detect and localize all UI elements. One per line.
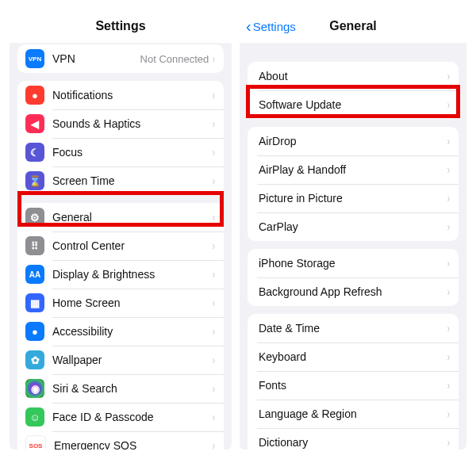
chevron-right-icon: › xyxy=(213,52,215,65)
chevron-right-icon: › xyxy=(447,220,450,233)
back-button[interactable]: ‹ Settings xyxy=(246,10,296,43)
chevron-right-icon: › xyxy=(213,439,215,449)
general-row-keyboard[interactable]: Keyboard› xyxy=(248,342,459,371)
row-label: Fonts xyxy=(259,379,447,392)
back-label: Settings xyxy=(253,20,296,33)
row-label: Notifications xyxy=(52,89,212,101)
general-group-3: iPhone Storage›Background App Refresh› xyxy=(248,249,459,306)
chevron-right-icon: › xyxy=(213,411,215,423)
chevron-right-icon: › xyxy=(447,192,450,205)
settings-group-vpn: VPN VPN Not Connected › xyxy=(17,44,224,73)
row-label: AirDrop xyxy=(259,135,447,147)
settings-row-accessibility[interactable]: ●Accessibility› xyxy=(17,317,224,346)
settings-row-display-brightness[interactable]: AADisplay & Brightness› xyxy=(17,260,224,289)
row-label: About xyxy=(259,70,447,82)
gear-icon: ⚙ xyxy=(25,208,44,227)
settings-row-vpn[interactable]: VPN VPN Not Connected › xyxy=(17,44,224,73)
chevron-right-icon: › xyxy=(447,98,450,111)
aa-icon: AA xyxy=(25,265,44,284)
general-header: ‹ Settings General xyxy=(240,10,466,43)
general-row-airplay-handoff[interactable]: AirPlay & Handoff› xyxy=(248,155,459,184)
general-row-iphone-storage[interactable]: iPhone Storage› xyxy=(248,249,459,277)
row-label: Emergency SOS xyxy=(54,439,212,449)
general-row-about[interactable]: About› xyxy=(248,62,459,90)
chevron-right-icon: › xyxy=(213,117,215,130)
row-label: General xyxy=(52,211,212,224)
row-value: Not Connected xyxy=(140,53,209,65)
settings-row-screen-time[interactable]: ⌛Screen Time› xyxy=(17,166,224,195)
general-row-airdrop[interactable]: AirDrop› xyxy=(248,127,459,155)
row-label: Picture in Picture xyxy=(259,192,447,205)
row-label: Display & Brightness xyxy=(52,268,212,281)
row-label: CarPlay xyxy=(259,220,447,233)
sliders-icon: ⠿ xyxy=(25,236,44,255)
chevron-right-icon: › xyxy=(447,135,450,147)
row-label: Home Screen xyxy=(52,296,212,309)
settings-row-siri-search[interactable]: ◉Siri & Search› xyxy=(17,374,224,403)
row-label: Date & Time xyxy=(259,322,447,335)
row-label: Focus xyxy=(52,146,212,159)
chevron-right-icon: › xyxy=(213,239,215,252)
chevron-right-icon: › xyxy=(213,296,215,309)
row-label: Control Center xyxy=(52,239,212,252)
settings-header: Settings xyxy=(10,10,232,43)
page-title: Settings xyxy=(95,19,145,33)
chevron-right-icon: › xyxy=(447,322,450,335)
general-pane: ‹ Settings General About›Software Update… xyxy=(240,10,466,449)
chevron-right-icon: › xyxy=(213,354,215,366)
settings-row-sounds-haptics[interactable]: ◀Sounds & Haptics› xyxy=(17,109,224,138)
general-row-picture-in-picture[interactable]: Picture in Picture› xyxy=(248,184,459,212)
settings-row-home-screen[interactable]: ▦Home Screen› xyxy=(17,289,224,317)
general-row-fonts[interactable]: Fonts› xyxy=(248,371,459,400)
row-label: Face ID & Passcode xyxy=(52,411,212,423)
general-group-4: Date & Time›Keyboard›Fonts›Language & Re… xyxy=(248,314,459,449)
chevron-right-icon: › xyxy=(213,211,215,224)
chevron-right-icon: › xyxy=(213,146,215,159)
row-label: Siri & Search xyxy=(52,382,212,395)
face-icon: ☺ xyxy=(25,407,44,426)
row-label: Wallpaper xyxy=(52,354,212,366)
row-label: Accessibility xyxy=(52,325,212,338)
general-row-date-time[interactable]: Date & Time› xyxy=(248,314,459,342)
row-label: Keyboard xyxy=(259,350,447,363)
chevron-right-icon: › xyxy=(447,163,450,176)
row-label: Dictionary xyxy=(259,436,447,449)
chevron-right-icon: › xyxy=(213,174,215,187)
settings-row-general[interactable]: ⚙General› xyxy=(17,203,224,231)
bell-icon: ● xyxy=(25,86,44,105)
general-row-background-app-refresh[interactable]: Background App Refresh› xyxy=(248,277,459,306)
person-icon: ● xyxy=(25,322,44,341)
general-row-carplay[interactable]: CarPlay› xyxy=(248,212,459,241)
chevron-right-icon: › xyxy=(213,325,215,338)
settings-row-faceid-passcode[interactable]: ☺Face ID & Passcode› xyxy=(17,403,224,431)
settings-row-notifications[interactable]: ●Notifications› xyxy=(17,81,224,109)
chevron-right-icon: › xyxy=(447,436,450,449)
chevron-right-icon: › xyxy=(213,382,215,395)
chevron-right-icon: › xyxy=(213,89,215,101)
settings-row-wallpaper[interactable]: ✿Wallpaper› xyxy=(17,346,224,374)
speaker-icon: ◀ xyxy=(25,114,44,133)
general-group-2: AirDrop›AirPlay & Handoff›Picture in Pic… xyxy=(248,127,459,241)
hourglass-icon: ⌛ xyxy=(25,171,44,190)
grid-icon: ▦ xyxy=(25,293,44,312)
row-label: VPN xyxy=(52,52,140,65)
page-title: General xyxy=(329,19,377,33)
row-label: iPhone Storage xyxy=(259,257,447,270)
row-label: Software Update xyxy=(259,98,447,111)
chevron-right-icon: › xyxy=(447,350,450,363)
general-row-dictionary[interactable]: Dictionary› xyxy=(248,428,459,449)
row-label: AirPlay & Handoff xyxy=(259,163,447,176)
row-label: Language & Region xyxy=(259,407,447,420)
vpn-icon: VPN xyxy=(25,49,44,68)
settings-group-3: ⚙General›⠿Control Center›AADisplay & Bri… xyxy=(17,203,224,449)
general-row-software-update[interactable]: Software Update› xyxy=(248,90,459,119)
chevron-right-icon: › xyxy=(213,268,215,281)
chevron-right-icon: › xyxy=(447,285,450,298)
settings-row-emergency-sos[interactable]: SOSEmergency SOS› xyxy=(17,431,224,449)
settings-group-2: ●Notifications›◀Sounds & Haptics›☾Focus›… xyxy=(17,81,224,195)
settings-row-control-center[interactable]: ⠿Control Center› xyxy=(17,231,224,260)
settings-pane: Settings VPN VPN Not Connected › ●Notifi… xyxy=(10,10,232,449)
general-row-language-region[interactable]: Language & Region› xyxy=(248,400,459,428)
row-label: Sounds & Haptics xyxy=(52,117,212,130)
settings-row-focus[interactable]: ☾Focus› xyxy=(17,138,224,166)
